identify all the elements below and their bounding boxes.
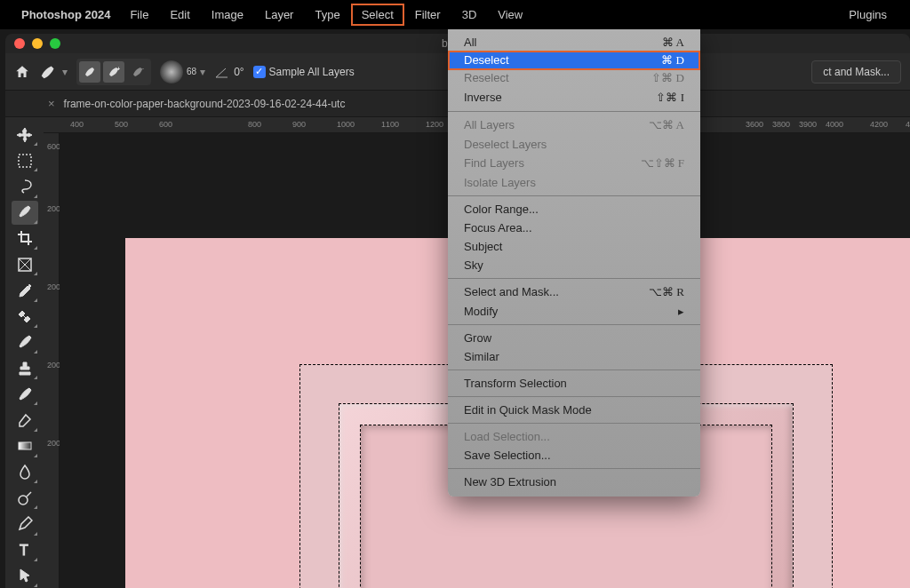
ruler-tick: 200 bbox=[47, 204, 60, 213]
ruler-tick: 400 bbox=[70, 120, 84, 129]
shortcut-label: ⇧⌘ I bbox=[656, 91, 684, 105]
tool-cursor[interactable] bbox=[12, 564, 38, 588]
mode-add-icon[interactable]: + bbox=[103, 61, 124, 83]
menuitem-focus-area[interactable]: Focus Area... bbox=[448, 219, 700, 237]
brush-size-preview[interactable] bbox=[160, 60, 183, 83]
tab-filename[interactable]: frame-on-color-paper-background-2023-09-… bbox=[64, 98, 346, 110]
angle-value[interactable]: 0° bbox=[234, 66, 243, 78]
menu-type[interactable]: Type bbox=[304, 4, 350, 26]
angle-icon bbox=[214, 64, 230, 80]
menuitem-save-selection[interactable]: Save Selection... bbox=[448, 446, 700, 465]
menuitem-transform-selection[interactable]: Transform Selection bbox=[448, 374, 700, 393]
menuitem-label: Similar bbox=[464, 350, 499, 363]
ruler-tick: 4000 bbox=[826, 120, 843, 129]
shortcut-label: ⌘ A bbox=[662, 36, 684, 50]
menu-select[interactable]: Select bbox=[351, 4, 404, 26]
menuitem-grow[interactable]: Grow bbox=[448, 329, 700, 347]
window-max-icon[interactable] bbox=[50, 38, 60, 49]
menuitem-label: Color Range... bbox=[464, 203, 539, 216]
app-name[interactable]: Photoshop 2024 bbox=[21, 8, 110, 21]
tool-marquee[interactable] bbox=[12, 148, 38, 172]
menuitem-label: All bbox=[464, 36, 476, 50]
menuitem-reselect: Reselect⇧⌘ D bbox=[448, 68, 700, 88]
ruler-tick: 3600 bbox=[746, 120, 763, 129]
menuitem-label: Modify bbox=[464, 305, 498, 318]
menuitem-new-3d-extrusion[interactable]: New 3D Extrusion bbox=[448, 473, 700, 491]
sample-all-layers-checkbox[interactable]: ✓ bbox=[253, 66, 266, 78]
menuitem-modify[interactable]: Modify▸ bbox=[448, 302, 700, 321]
tool-gradient[interactable] bbox=[12, 434, 38, 458]
select-and-mask-button[interactable]: ct and Mask... bbox=[811, 60, 901, 83]
ruler-tick: 200 bbox=[47, 361, 60, 369]
brush-preset-icon[interactable] bbox=[39, 64, 59, 80]
menuitem-label: Load Selection... bbox=[464, 430, 550, 443]
tool-crop[interactable] bbox=[12, 226, 38, 250]
tool-brush[interactable] bbox=[12, 330, 38, 354]
menuitem-label: Save Selection... bbox=[464, 449, 551, 462]
menuitem-subject[interactable]: Subject bbox=[448, 237, 700, 256]
ruler-tick: 3900 bbox=[799, 120, 817, 129]
mode-sub-icon[interactable]: − bbox=[127, 61, 148, 83]
menuitem-label: Focus Area... bbox=[464, 221, 532, 234]
ruler-tick: 200 bbox=[47, 282, 60, 291]
menuitem-edit-in-quick-mask-mode[interactable]: Edit in Quick Mask Mode bbox=[448, 401, 700, 419]
menuitem-similar[interactable]: Similar bbox=[448, 347, 700, 366]
tool-move[interactable] bbox=[12, 123, 38, 147]
menuitem-all-layers: All Layers⌥⌘ A bbox=[448, 115, 700, 135]
menuitem-load-selection: Load Selection... bbox=[448, 427, 700, 446]
menu-plugins[interactable]: Plugins bbox=[838, 4, 898, 26]
tool-quick-select[interactable] bbox=[12, 201, 38, 225]
tool-healing[interactable] bbox=[12, 305, 38, 329]
svg-text:+: + bbox=[116, 66, 120, 73]
menuitem-color-range[interactable]: Color Range... bbox=[448, 200, 700, 219]
menuitem-find-layers: Find Layers⌥⇧⌘ F bbox=[448, 154, 700, 173]
menuitem-deselect[interactable]: Deselect⌘ D bbox=[448, 51, 700, 70]
tool-eyedropper[interactable] bbox=[12, 278, 38, 302]
window-close-icon[interactable] bbox=[14, 38, 25, 49]
ruler-tick: 1000 bbox=[337, 120, 355, 129]
tool-history-brush[interactable] bbox=[12, 382, 38, 406]
tool-lasso[interactable] bbox=[12, 174, 38, 198]
menu-edit[interactable]: Edit bbox=[159, 4, 200, 26]
brush-size-value[interactable]: 68 bbox=[187, 67, 196, 76]
tool-type[interactable]: T bbox=[12, 538, 38, 562]
menu-filter[interactable]: Filter bbox=[404, 4, 451, 26]
shortcut-label: ⌥⇧⌘ F bbox=[641, 156, 684, 171]
ruler-tick: 1100 bbox=[381, 120, 399, 129]
shortcut-label: ⇧⌘ D bbox=[651, 71, 684, 85]
tool-panel: T bbox=[5, 117, 44, 588]
menuitem-label: Deselect Layers bbox=[464, 138, 547, 151]
menuitem-label: Reselect bbox=[464, 71, 509, 85]
home-icon[interactable] bbox=[14, 64, 30, 80]
ruler-tick: 600 bbox=[159, 120, 172, 129]
tab-close-icon[interactable]: × bbox=[48, 97, 55, 110]
menu-view[interactable]: View bbox=[487, 4, 533, 26]
menuitem-deselect-layers: Deselect Layers bbox=[448, 135, 700, 154]
tool-dodge[interactable] bbox=[12, 486, 38, 510]
svg-text:T: T bbox=[20, 543, 28, 558]
mode-new-icon[interactable] bbox=[79, 61, 100, 83]
menuitem-label: Select and Mask... bbox=[464, 285, 559, 299]
menuitem-select-and-mask[interactable]: Select and Mask...⌥⌘ R bbox=[448, 282, 700, 302]
ruler-tick: 800 bbox=[248, 120, 261, 129]
menu-file[interactable]: File bbox=[119, 4, 159, 26]
menu-3d[interactable]: 3D bbox=[451, 4, 488, 26]
tool-blur[interactable] bbox=[12, 460, 38, 484]
svg-point-6 bbox=[19, 496, 28, 505]
menuitem-label: Subject bbox=[464, 240, 502, 253]
window-min-icon[interactable] bbox=[32, 38, 43, 49]
menuitem-inverse[interactable]: Inverse⇧⌘ I bbox=[448, 88, 700, 107]
menuitem-label: Find Layers bbox=[464, 156, 524, 171]
tool-frame[interactable] bbox=[12, 252, 38, 276]
menuitem-sky[interactable]: Sky bbox=[448, 256, 700, 274]
menu-layer[interactable]: Layer bbox=[254, 4, 305, 26]
tool-stamp[interactable] bbox=[12, 356, 38, 380]
menuitem-label: New 3D Extrusion bbox=[464, 475, 556, 489]
ruler-vertical[interactable]: 600200200200200 bbox=[44, 133, 60, 588]
tool-eraser[interactable] bbox=[12, 408, 38, 432]
menu-image[interactable]: Image bbox=[201, 4, 254, 26]
tool-pen[interactable] bbox=[12, 512, 38, 536]
menuitem-label: Inverse bbox=[464, 91, 502, 105]
ruler-tick: 600 bbox=[47, 142, 60, 151]
menuitem-all[interactable]: All⌘ A bbox=[448, 33, 700, 52]
